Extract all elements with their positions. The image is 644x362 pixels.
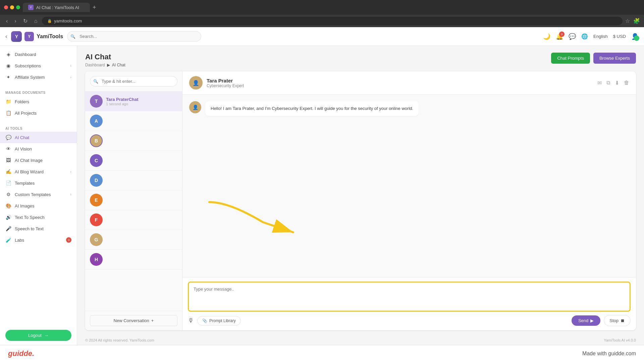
stt-icon: 🎤 xyxy=(5,226,11,231)
chat-panel: 👤 Tara Prater Cybersecurity Expert ✉ ⧉ ⬇… xyxy=(182,71,636,330)
search-input[interactable] xyxy=(67,31,201,42)
logo-icon-1: Y xyxy=(11,31,22,42)
sidebar-item-labs[interactable]: 🧪 Labs 9 xyxy=(0,234,77,246)
version-text: YamiTools AI v4.0.0 xyxy=(604,338,636,342)
sidebar-item-speech-to-text[interactable]: 🎤 Speech to Text xyxy=(0,223,77,234)
conv-item-4[interactable]: C xyxy=(85,151,182,171)
message-input[interactable] xyxy=(189,283,630,309)
guidde-tagline: Made with guidde.com xyxy=(582,351,636,357)
top-nav: ‹ Y Y YamiTools 🌙 🔔 9 💬 🌐 English $ USD … xyxy=(0,27,644,46)
conv-item-2[interactable]: A xyxy=(85,111,182,131)
sidebar-label-projects: All Projects xyxy=(15,111,37,116)
conv-item-5[interactable]: D xyxy=(85,171,182,190)
chat-prompts-button[interactable]: Chat Prompts xyxy=(551,53,590,64)
app-container: ‹ Y Y YamiTools 🌙 🔔 9 💬 🌐 English $ USD … xyxy=(0,27,644,345)
conv-avatar-8: G xyxy=(90,233,103,246)
sidebar-label-labs: Labs xyxy=(15,238,24,243)
home-button[interactable]: ⌂ xyxy=(32,17,40,25)
sidebar-label-dashboard: Dashboard xyxy=(15,52,36,57)
back-button[interactable]: ‹ xyxy=(4,17,10,25)
conv-avatar-6: E xyxy=(90,194,103,206)
sidebar-item-templates[interactable]: 📄 Templates xyxy=(0,177,77,189)
sidebar-item-ai-blog-wizard[interactable]: ✍ AI Blog Wizard › xyxy=(0,166,77,177)
browser-tab[interactable]: Y AI Chat : YamiTools AI xyxy=(23,3,90,12)
lock-icon: 🔒 xyxy=(47,19,52,23)
input-toolbar: 🎙 📎 Prompt Library Send ▶ St xyxy=(188,315,631,326)
message-item: 👤 Hello! I am Tara Prater, and I'm Cyber… xyxy=(189,101,629,116)
logout-label: Logout xyxy=(28,333,42,338)
sidebar-collapse-button[interactable]: ‹ xyxy=(5,34,7,40)
new-conversation-button[interactable]: New Conversation + xyxy=(90,315,177,326)
stop-button[interactable]: Stop ⏹ xyxy=(604,315,631,326)
conv-item-6[interactable]: E xyxy=(85,190,182,210)
browse-experts-button[interactable]: Browse Experts xyxy=(593,53,636,64)
notification-badge: 9 xyxy=(559,32,565,37)
sidebar-label-folders: Folders xyxy=(15,99,29,104)
chat-button[interactable]: 💬 xyxy=(569,33,576,40)
delete-button[interactable]: 🗑 xyxy=(624,80,629,86)
sidebar-item-ai-chat-image[interactable]: 🖼 AI Chat Image xyxy=(0,155,77,166)
header-actions: Chat Prompts Browse Experts xyxy=(551,53,636,64)
send-icon: ▶ xyxy=(590,318,594,323)
minimize-btn[interactable] xyxy=(10,5,14,9)
arrow-svg xyxy=(196,195,303,249)
tab-title: AI Chat : YamiTools AI xyxy=(36,5,79,10)
copy-button[interactable]: ⧉ xyxy=(606,80,610,86)
sidebar-item-affiliate[interactable]: ✦ Affiliate System › xyxy=(0,71,77,83)
sidebar-item-ai-images[interactable]: 🎨 AI Images xyxy=(0,200,77,212)
send-icon-button[interactable]: ✉ xyxy=(597,80,602,86)
star-icon[interactable]: ☆ xyxy=(625,18,630,24)
breadcrumb-home[interactable]: Dashboard xyxy=(85,63,105,67)
address-bar[interactable]: 🔒 yamitools.com xyxy=(42,17,623,25)
nav-search[interactable] xyxy=(67,31,201,42)
logo-area: Y Y YamiTools xyxy=(11,31,63,42)
conv-time-1: 1 second ago xyxy=(106,102,177,106)
user-menu-button[interactable]: 👤 xyxy=(631,33,639,40)
language-label[interactable]: English xyxy=(593,34,608,39)
prompt-lib-icon: 📎 xyxy=(202,318,207,323)
conv-search-input[interactable] xyxy=(90,76,177,86)
maximize-btn[interactable] xyxy=(16,5,20,9)
sidebar-item-ai-chat[interactable]: 💬 AI Chat xyxy=(0,132,77,143)
send-button[interactable]: Send ▶ xyxy=(572,315,600,326)
conv-avatar-4: C xyxy=(90,154,103,167)
sidebar-label-ai-vision: AI Vision xyxy=(15,146,32,152)
templates-icon: 📄 xyxy=(5,180,11,186)
conv-item-7[interactable]: F xyxy=(85,210,182,230)
dark-mode-button[interactable]: 🌙 xyxy=(543,33,550,40)
notifications-button[interactable]: 🔔 9 xyxy=(556,33,563,40)
conv-item-3[interactable]: B xyxy=(85,131,182,151)
url-text: yamitools.com xyxy=(54,18,82,23)
sidebar-item-ai-vision[interactable]: 👁 AI Vision xyxy=(0,143,77,155)
breadcrumb-current: AI Chat xyxy=(112,63,125,67)
sidebar-item-dashboard[interactable]: ◈ Dashboard xyxy=(0,49,77,60)
download-button[interactable]: ⬇ xyxy=(615,80,619,86)
new-tab-button[interactable]: + xyxy=(93,4,96,11)
user-online-indicator xyxy=(634,36,639,41)
sidebar-item-folders[interactable]: 📁 Folders xyxy=(0,96,77,107)
refresh-button[interactable]: ↻ xyxy=(21,17,30,25)
prompt-library-button[interactable]: 📎 Prompt Library xyxy=(197,316,241,325)
conv-item-active[interactable]: T Tara PraterChat 1 second ago xyxy=(85,92,182,111)
conv-item-9[interactable]: H xyxy=(85,250,182,269)
sidebar-item-text-to-speech[interactable]: 🔊 Text To Speech xyxy=(0,212,77,223)
sidebar-item-subscriptions[interactable]: ◉ Subscriptions › xyxy=(0,60,77,71)
page-title: AI Chat xyxy=(85,53,125,61)
forward-button[interactable]: › xyxy=(12,17,18,25)
ai-tools-section-label: AI TOOLS xyxy=(0,124,77,132)
conv-avatar-7: F xyxy=(90,214,103,226)
folders-icon: 📁 xyxy=(5,99,11,104)
close-btn[interactable] xyxy=(4,5,8,9)
logout-button[interactable]: Logout → xyxy=(5,330,71,341)
chevron-icon-3: › xyxy=(70,170,71,174)
sidebar-item-custom-templates[interactable]: ⚙ Custom Templates › xyxy=(0,189,77,200)
breadcrumb-separator: ▶ xyxy=(107,63,110,67)
extensions-icon[interactable]: 🧩 xyxy=(633,18,640,24)
currency-label[interactable]: $ USD xyxy=(613,34,626,39)
sidebar-footer: Logout → xyxy=(0,326,77,345)
conv-item-8[interactable]: G xyxy=(85,230,182,250)
conv-avatar-3: B xyxy=(90,134,103,147)
microphone-button[interactable]: 🎙 xyxy=(188,317,194,324)
conv-info-1: Tara PraterChat 1 second ago xyxy=(106,97,177,106)
sidebar-item-all-projects[interactable]: 📋 All Projects xyxy=(0,107,77,119)
